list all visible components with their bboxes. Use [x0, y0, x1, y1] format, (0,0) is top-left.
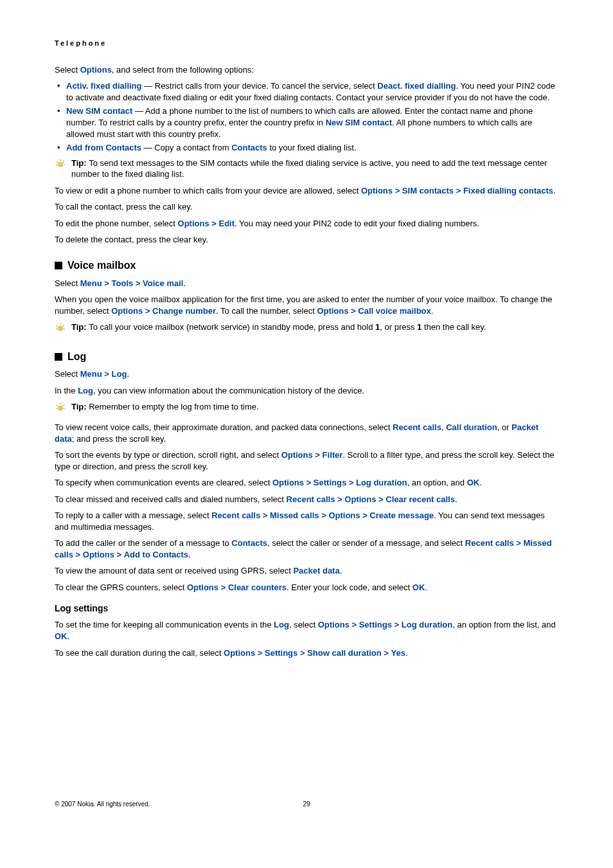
- chevron-icon: >: [258, 648, 263, 658]
- options-link[interactable]: Options: [318, 620, 350, 629]
- settings-link[interactable]: Settings: [265, 648, 298, 658]
- text: .: [431, 306, 434, 316]
- clear-counters-link[interactable]: Clear counters: [228, 583, 287, 592]
- text: To clear the GPRS counters, select: [55, 583, 187, 592]
- options-link[interactable]: Options: [224, 648, 255, 658]
- chevron-icon: >: [351, 306, 356, 316]
- missed-calls-link[interactable]: Missed calls: [270, 511, 319, 520]
- tools-link[interactable]: Tools: [112, 278, 134, 288]
- options-link[interactable]: Options: [317, 306, 348, 316]
- heading-text: Log: [67, 350, 86, 364]
- svg-line-14: [57, 406, 58, 407]
- text: , and select from the following options:: [112, 65, 254, 75]
- chevron-icon: >: [349, 478, 354, 487]
- menu-link[interactable]: Menu: [80, 278, 102, 288]
- text: then the call key.: [422, 322, 486, 332]
- para: To view the amount of data sent or recei…: [55, 565, 558, 577]
- clear-recent-calls-link[interactable]: Clear recent calls: [386, 494, 455, 504]
- log-duration-link[interactable]: Log duration: [402, 620, 452, 629]
- para: To specify when communication events are…: [55, 477, 558, 489]
- settings-link[interactable]: Settings: [314, 478, 346, 487]
- options-link[interactable]: Options: [272, 478, 304, 487]
- options-link[interactable]: Options: [344, 494, 376, 504]
- text: , or: [497, 422, 511, 432]
- chevron-icon: >: [117, 550, 122, 559]
- change-number-link[interactable]: Change number: [152, 306, 216, 316]
- recent-calls-link[interactable]: Recent calls: [287, 494, 335, 504]
- options-link[interactable]: Options: [83, 550, 114, 559]
- log-link[interactable]: Log: [274, 620, 289, 629]
- add-from-contacts-link[interactable]: Add from Contacts: [66, 143, 141, 152]
- para: To call the contact, press the call key.: [55, 201, 558, 213]
- text: .: [455, 494, 458, 504]
- add-to-contacts-link[interactable]: Add to Contacts: [124, 550, 188, 559]
- sim-contacts-link[interactable]: SIM contacts: [402, 186, 454, 195]
- menu-link[interactable]: Menu: [80, 369, 102, 379]
- create-message-link[interactable]: Create message: [369, 511, 434, 520]
- options-link[interactable]: Options: [281, 450, 313, 460]
- contacts-link[interactable]: Contacts: [231, 538, 267, 548]
- chevron-icon: >: [221, 583, 226, 592]
- recent-calls-link[interactable]: Recent calls: [211, 511, 260, 520]
- heading-text: Voice mailbox: [67, 258, 136, 273]
- packet-data-link[interactable]: Packet data: [293, 566, 339, 575]
- text: . You may need your PIN2 code to edit yo…: [235, 219, 479, 228]
- text: Select: [55, 65, 80, 75]
- text: To send text messages to the SIM contact…: [71, 158, 547, 179]
- fixed-dialling-contacts-link[interactable]: Fixed dialling contacts: [463, 186, 553, 195]
- text: To edit the phone number, select: [55, 219, 178, 228]
- text: , select the caller or sender of a messa…: [267, 538, 465, 548]
- ok-link[interactable]: OK: [413, 583, 425, 592]
- square-bullet-icon: [55, 353, 62, 361]
- deact-fixed-dialling-link[interactable]: Deact. fixed dialling: [377, 81, 456, 91]
- activ-fixed-dialling-link[interactable]: Activ. fixed dialling: [66, 81, 142, 91]
- contacts-link[interactable]: Contacts: [231, 143, 267, 152]
- chevron-icon: >: [263, 511, 268, 520]
- log-link[interactable]: Log: [112, 369, 127, 379]
- chevron-icon: >: [300, 648, 305, 658]
- para: To view recent voice calls, their approx…: [55, 422, 558, 444]
- lightbulb-icon: [55, 321, 71, 337]
- chevron-icon: >: [321, 511, 326, 520]
- call-voice-mailbox-link[interactable]: Call voice mailbox: [358, 306, 431, 316]
- options-link[interactable]: Options: [111, 306, 143, 316]
- log-duration-link[interactable]: Log duration: [356, 478, 407, 487]
- chevron-icon: >: [351, 620, 357, 629]
- new-sim-contact-link[interactable]: New SIM contact: [66, 106, 132, 116]
- edit-link[interactable]: Edit: [218, 219, 235, 228]
- tip-text: Tip: To send text messages to the SIM co…: [71, 158, 558, 180]
- filter-link[interactable]: Filter: [323, 450, 343, 460]
- voice-mail-link[interactable]: Voice mail: [143, 278, 183, 288]
- ok-link[interactable]: OK: [467, 478, 480, 487]
- text: .: [67, 631, 70, 641]
- options-link[interactable]: Options: [328, 511, 360, 520]
- yes-link[interactable]: Yes: [391, 648, 405, 658]
- text: To set the time for keeping all communic…: [55, 620, 274, 629]
- options-link[interactable]: Options: [80, 65, 112, 75]
- text: to your fixed dialing list.: [267, 143, 357, 152]
- show-call-duration-link[interactable]: Show call duration: [307, 648, 382, 658]
- tip-block: Tip: To call your voice mailbox (network…: [55, 321, 558, 337]
- para: To see the call duration during the call…: [55, 647, 558, 659]
- text: To view the amount of data sent or recei…: [55, 566, 293, 575]
- log-link[interactable]: Log: [78, 386, 93, 395]
- svg-point-6: [58, 327, 62, 330]
- para: Select Menu > Tools > Voice mail.: [55, 278, 558, 289]
- tip-block: Tip: Remember to empty the log from time…: [55, 401, 558, 417]
- para: To sort the events by type or direction,…: [55, 449, 558, 472]
- options-link[interactable]: Options: [178, 219, 209, 228]
- text: . Enter your lock code, and select: [287, 583, 413, 592]
- tip-text: Tip: To call your voice mailbox (network…: [71, 321, 558, 333]
- svg-point-12: [58, 406, 62, 410]
- options-link[interactable]: Options: [187, 583, 218, 592]
- para: Select Menu > Log.: [55, 368, 558, 380]
- call-duration-link[interactable]: Call duration: [446, 422, 497, 432]
- options-link[interactable]: Options: [361, 186, 393, 195]
- new-sim-contact-link[interactable]: New SIM contact: [326, 118, 392, 127]
- chevron-icon: >: [145, 306, 150, 316]
- text: , or press: [380, 322, 417, 332]
- settings-link[interactable]: Settings: [359, 620, 392, 629]
- recent-calls-link[interactable]: Recent calls: [465, 538, 514, 548]
- ok-link[interactable]: OK: [55, 631, 67, 641]
- recent-calls-link[interactable]: Recent calls: [393, 422, 441, 432]
